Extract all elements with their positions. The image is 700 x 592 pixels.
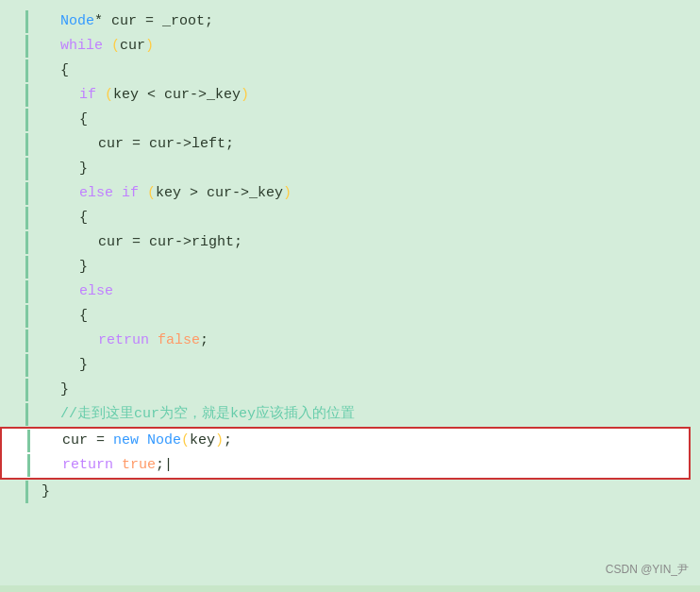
watermark: CSDN @YIN_尹 xyxy=(606,562,689,578)
code-line: } xyxy=(0,157,700,181)
code-line: } xyxy=(0,378,700,402)
highlight-block: cur = new Node(key);return true;| xyxy=(0,427,691,480)
code-line: else if (key > cur->_key) xyxy=(0,181,700,206)
code-line: cur = cur->right; xyxy=(0,230,700,255)
code-line: { xyxy=(0,108,700,132)
code-line: { xyxy=(0,304,700,329)
code-line: { xyxy=(0,59,700,83)
code-line: retrun false; xyxy=(0,329,700,353)
code-container: Node* cur = _root;while (cur){if (key < … xyxy=(0,0,700,585)
code-line: cur = cur->left; xyxy=(0,132,700,157)
code-line: { xyxy=(0,206,700,230)
code-line: cur = new Node(key); xyxy=(2,429,689,453)
code-line: //走到这里cur为空，就是key应该插入的位置 xyxy=(0,402,700,427)
code-line: } xyxy=(0,480,700,504)
code-line: return true;| xyxy=(2,453,689,478)
code-line: } xyxy=(0,353,700,378)
code-line: else xyxy=(0,279,700,304)
code-line: Node* cur = _root; xyxy=(0,9,700,34)
code-line: if (key < cur->_key) xyxy=(0,83,700,108)
code-line: } xyxy=(0,255,700,279)
code-line: while (cur) xyxy=(0,34,700,59)
